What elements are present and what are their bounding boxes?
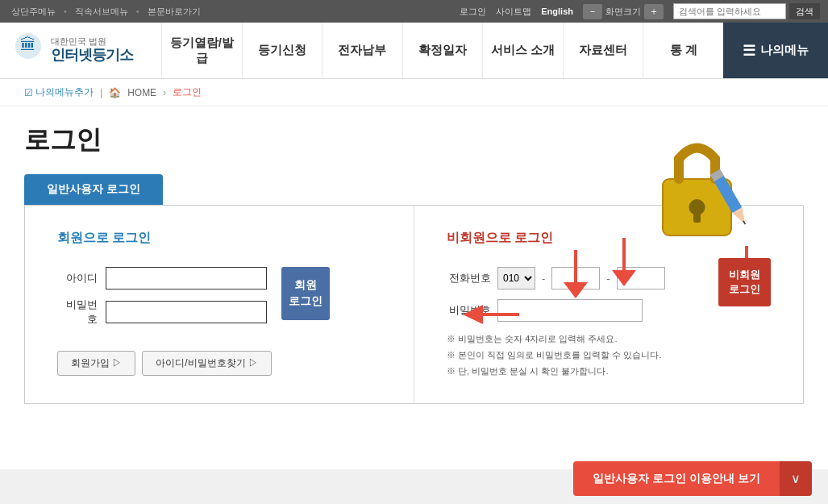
nav-e-payment[interactable]: 전자납부: [322, 23, 402, 78]
hamburger-icon: ☰: [743, 42, 755, 60]
pw-form-row: 비밀번호: [57, 298, 267, 327]
nonmember-login-btn[interactable]: 비회원로그인: [718, 258, 771, 306]
nm-pw-input[interactable]: [497, 299, 643, 322]
screen-size-label: 화면크기: [605, 6, 641, 18]
breadcrumb: ☑ 나의메뉴추가 | 🏠 HOME › 로그인: [0, 79, 828, 106]
search-area: 검색: [673, 3, 820, 19]
id-form-row: 아이디: [57, 267, 267, 289]
info-view-btn[interactable]: 일반사용자 로그인 이용안내 보기: [573, 461, 780, 496]
member-login-section: 회원으로 로그인 아이디 비밀번호 회원로그인 회원가입 ▷ 아이디/비밀번호찾…: [25, 206, 414, 403]
nm-note-2: ※ 본인이 직접 임의로 비밀번호를 입력할 수 있습니다.: [447, 348, 771, 364]
logo-top-text: 대한민국 법원: [51, 36, 133, 47]
logo-icon: 🏛: [12, 31, 44, 70]
nav-registry-lookup[interactable]: 등기열람/발급: [161, 23, 242, 78]
phone-last-input[interactable]: [617, 267, 665, 289]
nav-registry-apply[interactable]: 등기신청: [242, 23, 322, 78]
login-link[interactable]: 로그인: [460, 6, 486, 18]
bottom-bar: 일반사용자 로그인 이용안내 보기 ∨: [0, 453, 828, 504]
my-menu-label: 나의메뉴: [760, 43, 809, 58]
nav-service-intro[interactable]: 서비스 소개: [482, 23, 563, 78]
nm-note-1: ※ 비밀번호는 숫자 4자리로 입력해 주세요.: [447, 331, 771, 348]
logo-area[interactable]: 🏛 대한민국 법원 인터넷등기소: [0, 23, 161, 78]
tab-general-user[interactable]: 일반사용자 로그인: [24, 174, 163, 205]
nav-statistics[interactable]: 통 계: [643, 23, 723, 78]
logo-text: 대한민국 법원 인터넷등기소: [51, 36, 133, 65]
breadcrumb-current: 로그인: [173, 85, 202, 99]
add-menu-label: 나의메뉴추가: [35, 85, 94, 99]
screen-size-control: － 화면크기 ＋: [583, 4, 664, 19]
breadcrumb-separator: |: [100, 87, 102, 98]
pw-input[interactable]: [106, 301, 267, 323]
screen-decrease-btn[interactable]: －: [583, 4, 602, 19]
pw-label: 비밀번호: [57, 298, 98, 327]
search-button[interactable]: 검색: [789, 3, 820, 19]
home-icon: 🏠: [109, 87, 121, 98]
breadcrumb-home[interactable]: HOME: [127, 87, 156, 98]
logo-main-text: 인터넷등기소: [51, 47, 133, 65]
phone-label: 전화번호: [447, 271, 491, 285]
nm-pw-label: 비밀번호: [447, 303, 491, 318]
phone-dash-2: -: [606, 273, 610, 285]
add-my-menu[interactable]: ☑ 나의메뉴추가: [24, 85, 94, 99]
screen-increase-btn[interactable]: ＋: [644, 4, 664, 19]
btn-row: 회원가입 ▷ 아이디/비밀번호찾기 ▷: [57, 351, 381, 376]
shortcut-main-menu[interactable]: 상단주메뉴: [8, 6, 59, 18]
signup-btn[interactable]: 회원가입 ▷: [57, 351, 135, 376]
phone-dash-1: -: [542, 273, 545, 285]
phone-middle-input[interactable]: [551, 267, 600, 289]
shortcut-sub-menu[interactable]: 직속서브메뉴: [72, 6, 131, 18]
nav-my-menu[interactable]: ☰ 나의메뉴: [723, 23, 828, 78]
accessibility-bar: 상단주메뉴 • 직속서브메뉴 • 본문바로가기 로그인 사이트맵 English…: [0, 0, 828, 23]
id-label: 아이디: [57, 271, 98, 285]
info-expand-btn[interactable]: ∨: [780, 461, 812, 496]
english-link[interactable]: English: [541, 6, 573, 16]
shortcut-links: 상단주메뉴 • 직속서브메뉴 • 본문바로가기: [8, 6, 204, 18]
nonmember-login-section: 비회원으로 로그인: [414, 206, 803, 403]
shortcut-content[interactable]: 본문바로가기: [144, 6, 204, 18]
checkbox-icon: ☑: [24, 87, 33, 98]
main-content: 로그인 일반사용자 로그인 회원으로 로그인: [0, 106, 828, 469]
phone-prefix-select[interactable]: 010 011 016 017: [497, 267, 535, 289]
nonmember-login-title: 비회원으로 로그인: [447, 230, 771, 247]
top-utilities: 로그인 사이트맵 English － 화면크기 ＋ 검색: [460, 3, 820, 19]
nav-confirmed-date[interactable]: 확정일자: [402, 23, 483, 78]
breadcrumb-arrow: ›: [163, 87, 166, 98]
svg-text:🏛: 🏛: [20, 35, 36, 53]
main-nav: 등기열람/발급 등기신청 전자납부 확정일자 서비스 소개 자료센터 통 계 ☰…: [161, 23, 828, 78]
nm-notes: ※ 비밀번호는 숫자 4자리로 입력해 주세요. ※ 본인이 직접 임의로 비밀…: [447, 331, 771, 379]
member-login-btn[interactable]: 회원로그인: [281, 267, 330, 320]
nm-note-3: ※ 단, 비밀번호 분실 시 확인 불가합니다.: [447, 364, 771, 380]
header: 🏛 대한민국 법원 인터넷등기소 등기열람/발급 등기신청 전자납부 확정일자 …: [0, 23, 828, 79]
nav-data-center[interactable]: 자료센터: [563, 23, 643, 78]
find-account-btn[interactable]: 아이디/비밀번호찾기 ▷: [142, 351, 272, 376]
member-login-title: 회원으로 로그인: [57, 230, 381, 247]
login-box: 회원으로 로그인 아이디 비밀번호 회원로그인 회원가입 ▷ 아이디/비밀번호찾…: [24, 205, 804, 404]
sitemap-link[interactable]: 사이트맵: [496, 6, 531, 18]
id-input[interactable]: [106, 267, 267, 289]
search-input[interactable]: [673, 3, 786, 19]
